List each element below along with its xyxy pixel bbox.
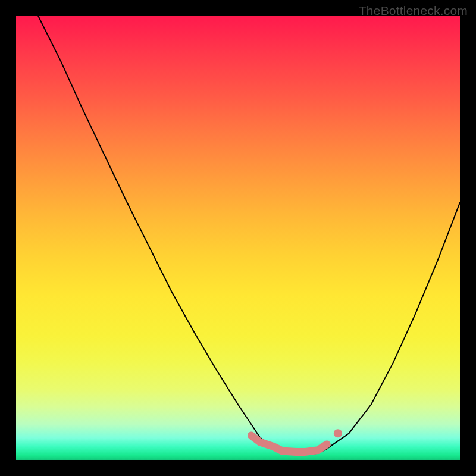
chart-frame: TheBottleneck.com — [0, 0, 476, 476]
marker-band — [251, 436, 327, 452]
watermark-text: TheBottleneck.com — [359, 4, 468, 18]
curve-line — [38, 16, 460, 455]
plot-area — [16, 16, 460, 460]
marker-dot — [334, 429, 342, 437]
chart-svg — [16, 16, 460, 460]
